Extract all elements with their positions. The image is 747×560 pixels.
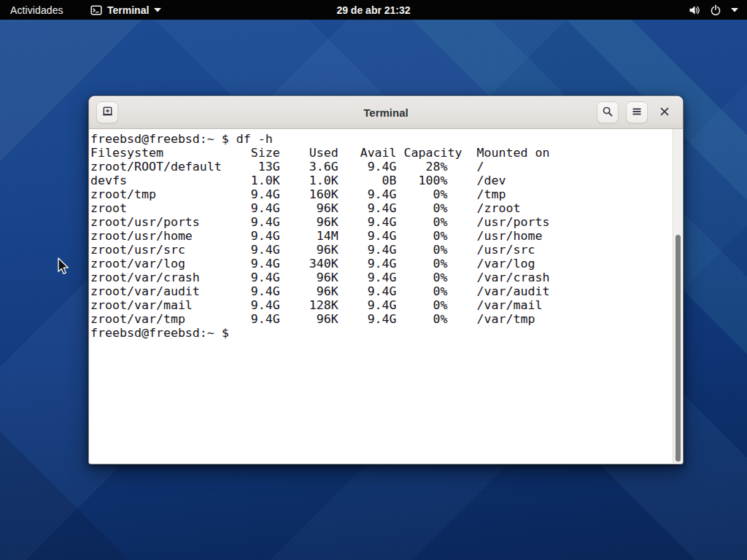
search-button[interactable] <box>597 101 619 123</box>
scrollbar-thumb[interactable] <box>676 235 681 462</box>
system-status-area[interactable] <box>680 0 747 20</box>
scrollbar-track[interactable] <box>673 129 682 463</box>
app-menu-button[interactable]: Terminal <box>90 0 161 20</box>
terminal-content-area[interactable]: freebsd@freebsd:~ $ df -h Filesystem Siz… <box>89 129 683 464</box>
terminal-window: Terminal <box>88 96 684 464</box>
search-icon <box>602 106 614 120</box>
terminal-app-icon <box>90 4 102 16</box>
window-headerbar[interactable]: Terminal <box>89 96 683 129</box>
activities-button[interactable]: Actividades <box>0 0 74 20</box>
chevron-down-icon <box>731 8 738 12</box>
gnome-top-bar: Actividades Terminal 29 de abr 21:32 <box>0 0 747 20</box>
terminal-screen[interactable]: freebsd@freebsd:~ $ df -h Filesystem Siz… <box>90 132 549 340</box>
new-tab-button[interactable] <box>96 101 118 123</box>
clock-label: 29 de abr 21:32 <box>336 4 410 16</box>
window-title: Terminal <box>89 106 683 119</box>
hamburger-icon <box>631 106 643 120</box>
chevron-down-icon <box>154 8 161 12</box>
menu-button[interactable] <box>626 101 648 123</box>
close-button[interactable] <box>655 103 674 122</box>
app-menu-label: Terminal <box>107 4 149 16</box>
close-icon <box>659 106 670 119</box>
tab-new-icon <box>101 105 114 120</box>
volume-icon <box>689 4 700 16</box>
power-icon <box>710 4 721 16</box>
activities-label: Actividades <box>10 4 63 16</box>
